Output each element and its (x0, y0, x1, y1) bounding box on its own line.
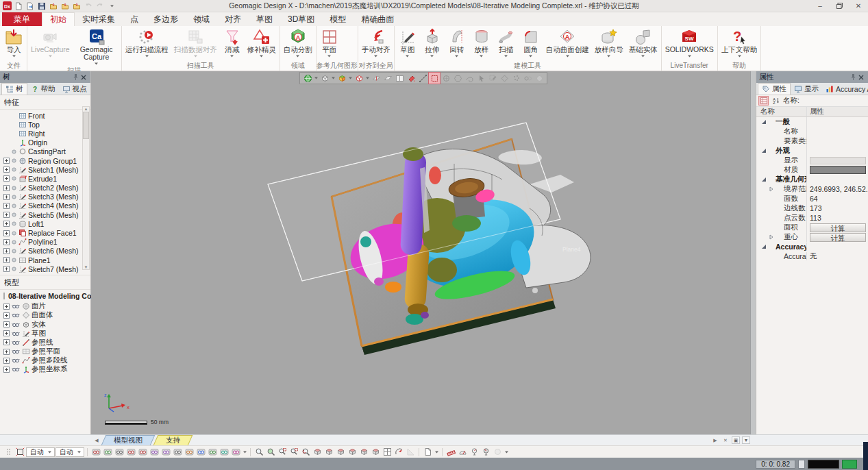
visibility-toggle[interactable] (242, 447, 247, 458)
property-row[interactable]: 材质 (756, 165, 868, 175)
visibility-dot-icon[interactable] (11, 240, 16, 245)
pin-icon[interactable] (849, 73, 857, 82)
visibility-toggle[interactable] (102, 447, 113, 458)
dx-logo[interactable]: Dx (2, 1, 12, 11)
properties-panel-tab[interactable]: 属性 (758, 83, 791, 95)
properties-panel-tab[interactable]: Accuracy Analyzer(... (822, 83, 868, 95)
import-file-icon[interactable] (25, 1, 35, 11)
tab-pin-icon[interactable]: ▣ (732, 436, 740, 444)
property-row[interactable]: 边线数 173 173 (756, 203, 868, 213)
visibility-toggle[interactable] (137, 447, 148, 458)
visibility-dot-icon[interactable] (11, 195, 16, 199)
viewport-tool[interactable] (452, 73, 463, 84)
compute-button[interactable]: 计算 (810, 223, 866, 232)
pin-icon[interactable] (71, 73, 79, 82)
property-row[interactable]: 面积 计算 计算 (756, 223, 868, 232)
viewport[interactable]: Plane4 x z 50 mm (91, 71, 756, 434)
property-row[interactable]: 要素类型 (756, 136, 868, 146)
group-expand-icon[interactable] (760, 177, 767, 182)
ribbon-tab[interactable]: 多边形 (146, 12, 186, 26)
visibility-dot-icon[interactable] (11, 186, 16, 190)
expander-icon[interactable] (3, 321, 10, 327)
feature-tree-item[interactable]: Sketch2 (Mesh) (0, 184, 90, 193)
ribbon-tab[interactable]: 初始 (42, 12, 75, 26)
model-tree-item[interactable]: 参照线 (0, 338, 90, 347)
ribbon-button[interactable]: Ca Geomagic Capture (73, 27, 121, 66)
visibility-toggle[interactable] (195, 447, 206, 458)
ribbon-button[interactable]: LiveCapture (28, 27, 73, 66)
model-root-item[interactable]: 08-Iterative Modeling Compl (0, 291, 90, 300)
sort-category-icon[interactable] (758, 96, 769, 106)
visibility-dot-icon[interactable] (11, 167, 16, 172)
zoom-tool[interactable] (300, 447, 311, 458)
feature-tree-item[interactable]: Sketch4 (Mesh) (0, 201, 90, 210)
viewport-tool[interactable] (365, 73, 370, 84)
ribbon-button[interactable]: A 自动分割 (281, 27, 315, 61)
feature-tree-item[interactable]: CastingPart (0, 147, 90, 156)
show-hide-icon[interactable] (11, 365, 20, 373)
expander-icon[interactable] (3, 349, 10, 355)
visibility-dot-icon[interactable] (11, 231, 16, 236)
viewport-3d-scene[interactable]: Plane4 (91, 71, 756, 434)
expander-icon[interactable] (3, 194, 10, 200)
expander-icon[interactable] (3, 239, 10, 245)
minimize-button[interactable]: – (810, 0, 830, 12)
ribbon-button[interactable]: 草图 (395, 27, 420, 61)
expander-icon[interactable] (3, 221, 10, 227)
property-row[interactable]: 基准几何形状 (756, 175, 868, 184)
visibility-toggle[interactable] (230, 447, 241, 458)
show-hide-icon[interactable] (11, 330, 20, 338)
property-row[interactable]: 外观 (756, 146, 868, 156)
tab-list-icon[interactable]: ▼ (742, 436, 750, 444)
viewport-tool[interactable] (487, 73, 498, 84)
visibility-dot-icon[interactable] (11, 203, 16, 208)
ribbon-tab[interactable]: 点 (123, 12, 146, 26)
open-folder2-icon[interactable] (60, 1, 70, 11)
viewport-tool[interactable] (319, 73, 330, 84)
ribbon-button[interactable]: 放样 (469, 27, 494, 61)
tree-scrollbar[interactable]: ▲▼ (82, 106, 90, 270)
zoom-tool[interactable] (265, 447, 276, 458)
close-panel-icon[interactable] (857, 73, 865, 82)
ribbon-tab[interactable]: 对齐 (217, 12, 249, 26)
ribbon-tab[interactable]: 精确曲面 (354, 12, 401, 26)
viewport-tool[interactable] (314, 73, 319, 84)
expander-icon[interactable] (3, 212, 10, 218)
feature-tree-item[interactable]: Region Group1 (0, 156, 90, 165)
viewport-tool[interactable] (429, 73, 440, 84)
snap-mode-dropdown[interactable]: 自动 (55, 447, 84, 457)
ribbon-button[interactable]: 圆角 (519, 27, 543, 61)
viewport-tool[interactable] (499, 73, 510, 84)
close-button[interactable]: ✕ (849, 0, 868, 12)
expander-icon[interactable] (3, 203, 10, 209)
view-tool[interactable] (370, 447, 381, 458)
redo-icon[interactable] (95, 1, 105, 11)
feature-tree-item[interactable]: Sketch1 (Mesh) (0, 165, 90, 174)
material-swatch[interactable] (810, 166, 866, 174)
show-hide-icon[interactable] (11, 302, 20, 310)
visibility-toggle[interactable] (125, 447, 136, 458)
view-tool[interactable] (312, 447, 323, 458)
selection-mode-dropdown[interactable]: 自动 (26, 447, 55, 457)
ribbon-button[interactable]: 运行扫描流程 (123, 27, 171, 61)
viewport-tool[interactable] (441, 73, 451, 84)
show-hide-icon[interactable] (11, 311, 20, 319)
viewport-tool[interactable] (406, 73, 417, 84)
sort-alpha-icon[interactable]: AZ (771, 96, 781, 106)
property-row[interactable]: 面数 64 64 (756, 194, 868, 203)
measure-tool[interactable] (492, 447, 503, 458)
visibility-dot-icon[interactable] (11, 221, 16, 226)
visibility-toggle[interactable] (149, 447, 160, 458)
ribbon-button[interactable]: 回转 (445, 27, 469, 61)
view-tool[interactable] (358, 447, 369, 458)
visibility-toggle[interactable] (172, 447, 183, 458)
visibility-dot-icon[interactable] (11, 249, 16, 253)
visibility-toggle[interactable] (184, 447, 195, 458)
ribbon-button[interactable]: ? 上下文帮助 (719, 27, 760, 61)
expander-icon[interactable] (3, 175, 10, 182)
ribbon-tab[interactable]: 领域 (186, 12, 217, 26)
ribbon-button[interactable]: 平面 (317, 27, 342, 61)
show-hide-icon[interactable] (11, 356, 20, 364)
ribbon-tab[interactable]: 模型 (322, 12, 354, 26)
group-expand-icon[interactable] (760, 244, 767, 249)
